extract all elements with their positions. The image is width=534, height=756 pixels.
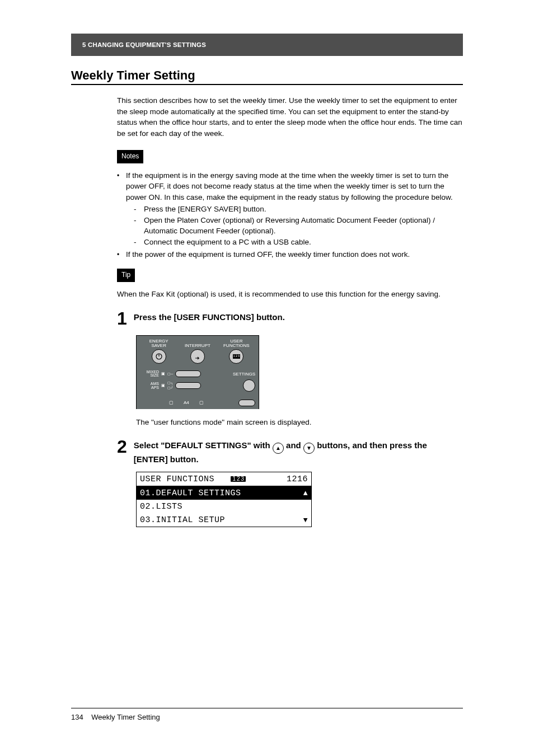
down-triangle-icon: ▼ (303, 516, 308, 524)
panel-label-energy: ENERGYSAVER (149, 339, 168, 348)
page-number: 134 (71, 713, 83, 721)
up-triangle-icon: ▲ (303, 490, 308, 497)
page: 5 CHANGING EQUIPMENT'S SETTINGS Weekly T… (0, 0, 534, 756)
note-text: If the equipment is in the energy saving… (126, 171, 453, 201)
tip-badge: Tip (117, 269, 135, 281)
lcd-row-selected: 01.DEFAULT SETTINGS ▲ (137, 486, 311, 500)
content-area: This section describes how to set the we… (117, 95, 463, 527)
energy-saver-icon (152, 349, 166, 364)
note-item: If the power of the equipment is turned … (117, 249, 463, 260)
ams-icon: ▣ (161, 383, 165, 388)
note-sublist: Press the [ENERGY SAVER] button. Open th… (134, 204, 463, 247)
lcd-header: USER FUNCTIONS 1 2 3 1216 (137, 472, 311, 486)
page-heading: Weekly Timer Setting (71, 68, 463, 83)
chapter-header: 5 CHANGING EQUIPMENT'S SETTINGS (71, 34, 463, 56)
intro-text: This section describes how to set the we… (117, 95, 463, 139)
doc-icon: ▣ (161, 371, 165, 377)
panel-label-userfn: USERFUNCTIONS (223, 339, 250, 348)
heading-rule (71, 84, 463, 85)
note-subitem: Open the Platen Cover (optional) or Reve… (134, 215, 463, 237)
mixed-size-label: MIXEDSIZE (140, 370, 159, 378)
interrupt-icon (190, 349, 205, 364)
up-arrow-icon: ▲ (273, 443, 284, 454)
lcd-title: USER FUNCTIONS (140, 475, 214, 484)
step-1-caption: The "user functions mode" main screen is… (136, 417, 463, 428)
user-functions-icon: 1 2 3 (229, 349, 243, 364)
note-subitem: Connect the equipment to a PC with a USB… (134, 237, 463, 248)
notes-list: If the equipment is in the energy saving… (117, 170, 463, 260)
step-number: 2 (117, 438, 127, 456)
page-footer: 134 Weekly Timer Setting (71, 708, 463, 721)
tip-text: When the Fax Kit (optional) is used, it … (117, 289, 463, 300)
hardware-panel-illustration: ENERGYSAVER INTERRUPT USERFUNCTIONS 1 2 … (136, 335, 259, 409)
lcd-row: 02.LISTS (137, 500, 311, 513)
note-subitem: Press the [ENERGY SAVER] button. (134, 204, 463, 215)
step-1: 1 Press the [USER FUNCTIONS] button. (117, 311, 463, 327)
key-pill (175, 382, 201, 389)
note-item: If the equipment is in the energy saving… (117, 170, 463, 248)
step-number: 1 (117, 309, 127, 327)
down-arrow-icon: ▼ (303, 443, 315, 454)
lcd-row-text: 01.DEFAULT SETTINGS (140, 489, 241, 497)
lcd-screen: USER FUNCTIONS 1 2 3 1216 01.DEFAULT SET… (136, 472, 312, 527)
num123-icon: 1 2 3 (231, 476, 246, 482)
key-small (238, 400, 255, 406)
ams-aps-label: AMSAPS (140, 382, 159, 389)
num123-icon: 1 2 3 (233, 354, 240, 358)
lcd-row: 03.INITIAL SETUP ▼ (137, 513, 311, 527)
lcd-row-text: 02.LISTS (140, 503, 182, 511)
settings-label: SETTINGS (203, 371, 255, 378)
panel-label-interrupt: INTERRUPT (185, 339, 210, 348)
settings-button-icon (243, 379, 255, 392)
key-pill (175, 370, 201, 377)
footer-title: Weekly Timer Setting (91, 713, 160, 721)
a4-label: A4 (184, 400, 189, 406)
step-title: Press the [USER FUNCTIONS] button. (134, 312, 463, 323)
lcd-counter: 1216 (287, 475, 308, 483)
lcd-row-text: 03.INITIAL SETUP (140, 516, 225, 524)
step-2: 2 Select "DEFAULT SETTINGS" with ▲ and ▼… (117, 439, 463, 465)
note-text: If the power of the equipment is turned … (126, 250, 410, 259)
notes-badge: Notes (117, 150, 143, 163)
step-title: Select "DEFAULT SETTINGS" with ▲ and ▼ b… (134, 440, 463, 465)
